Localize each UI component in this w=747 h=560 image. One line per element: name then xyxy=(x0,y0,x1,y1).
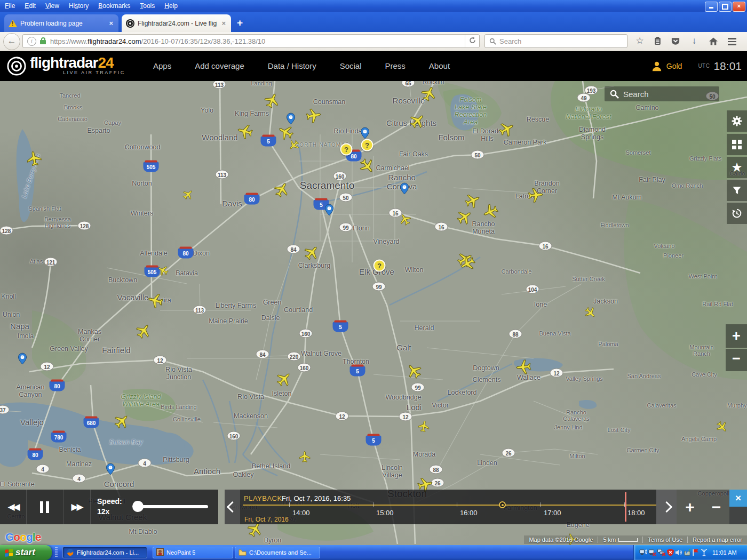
report-map-error-link[interactable]: Report a map error xyxy=(687,537,747,543)
timeline-prev-button[interactable] xyxy=(225,490,240,524)
url-text[interactable]: https://www.flightradar24.com/2016-10-07… xyxy=(50,37,465,45)
url-bar[interactable]: i https://www.flightradar24.com/2016-10-… xyxy=(22,34,480,48)
close-window-button[interactable]: × xyxy=(733,2,745,12)
nav-about[interactable]: About xyxy=(429,61,450,70)
security-alert-icon[interactable] xyxy=(667,549,674,556)
reload-button[interactable] xyxy=(465,35,479,47)
filters-button[interactable] xyxy=(727,180,747,201)
aircraft-marker[interactable] xyxy=(416,419,431,436)
menu-tools[interactable]: Tools xyxy=(135,0,160,12)
terms-of-use-link[interactable]: Terms of Use xyxy=(642,537,687,543)
airport-pin[interactable] xyxy=(18,353,27,367)
timeline-zoom-out-button[interactable]: − xyxy=(703,490,729,524)
network-disconnected-icon[interactable] xyxy=(648,549,656,556)
bookmarks-button[interactable]: ★ xyxy=(727,157,747,178)
nav-add-coverage[interactable]: Add coverage xyxy=(195,61,244,70)
airport-pin[interactable] xyxy=(325,204,334,218)
user-icon[interactable] xyxy=(651,60,663,72)
map-label: Rancho Murieta xyxy=(472,220,495,235)
tab-close-icon[interactable]: × xyxy=(108,19,114,27)
map-search-field[interactable]: Search xyxy=(605,86,719,101)
menu-hamburger-icon[interactable] xyxy=(725,34,740,49)
tab-problem-loading[interactable]: Problem loading page × xyxy=(4,14,118,32)
timeline-panel[interactable]: PLAYBACK Fri, Oct 7, 2016, 16:35 14:0015… xyxy=(240,490,656,524)
taskbar-task-folder[interactable]: C:\Documents and Se... xyxy=(235,547,320,558)
aircraft-marker[interactable] xyxy=(269,178,293,203)
network-activity-icon[interactable] xyxy=(639,549,647,556)
nav-data-history[interactable]: Data / History xyxy=(268,61,316,70)
tab-flightradar24[interactable]: Flightradar24.com - Live flight... × xyxy=(122,14,231,32)
aircraft-marker[interactable] xyxy=(25,149,44,170)
aircraft-marker[interactable] xyxy=(514,358,535,376)
menu-file[interactable]: File xyxy=(0,0,20,12)
user-plan-label[interactable]: Gold xyxy=(666,62,682,70)
zoom-in-button[interactable]: + xyxy=(726,324,747,348)
unknown-aircraft-marker[interactable]: ? xyxy=(361,139,374,151)
close-playback-button[interactable]: × xyxy=(729,490,747,507)
back-button[interactable]: ← xyxy=(3,33,20,50)
aircraft-marker[interactable] xyxy=(131,319,155,344)
taskbar-task-firefox[interactable]: Flightradar24.com - Li... xyxy=(62,547,147,558)
menu-view[interactable]: View xyxy=(41,0,64,12)
fast-forward-button[interactable]: ▶▶ xyxy=(63,490,90,524)
menu-help[interactable]: Help xyxy=(160,0,182,12)
timeline-playhead[interactable] xyxy=(499,501,506,508)
browser-search-field[interactable]: Search xyxy=(484,34,627,48)
downloads-icon[interactable]: ↓ xyxy=(687,34,702,49)
pause-button[interactable] xyxy=(26,490,63,524)
aircraft-marker[interactable] xyxy=(109,410,134,435)
airport-pin[interactable] xyxy=(400,182,409,197)
flightradar-logo[interactable]: flightradar24 LIVE AIR TRAFFIC xyxy=(6,55,125,76)
taskbar-task-neopaint[interactable]: NeoPaint 5 xyxy=(153,547,233,558)
network-disconnected-icon[interactable] xyxy=(657,549,666,556)
safely-remove-icon[interactable] xyxy=(684,549,691,556)
aircraft-marker[interactable] xyxy=(298,450,311,465)
aircraft-marker[interactable] xyxy=(271,367,296,393)
aircraft-marker[interactable] xyxy=(235,121,257,142)
aircraft-marker[interactable] xyxy=(580,302,600,322)
settings-button[interactable] xyxy=(727,110,747,132)
widgets-button[interactable] xyxy=(727,134,747,155)
rewind-button[interactable]: ◀◀ xyxy=(0,490,26,524)
new-tab-button[interactable]: + xyxy=(237,17,243,29)
page-info-icon[interactable]: i xyxy=(27,37,36,46)
aircraft-marker[interactable] xyxy=(525,186,545,204)
menu-history[interactable]: History xyxy=(64,0,93,12)
map-canvas[interactable]: LandingTancredBrooksCadenassoCapayEspart… xyxy=(0,81,747,545)
volume-icon[interactable] xyxy=(675,549,682,556)
timeline-track[interactable] xyxy=(243,505,656,506)
speed-slider-knob[interactable] xyxy=(132,501,144,512)
aircraft-marker[interactable] xyxy=(402,359,427,385)
google-logo[interactable]: Google xyxy=(5,531,41,543)
start-button[interactable]: start xyxy=(0,545,52,560)
zoom-out-button[interactable]: − xyxy=(726,349,747,371)
gear-icon xyxy=(730,115,743,127)
unknown-aircraft-marker[interactable]: ? xyxy=(340,143,353,156)
unknown-aircraft-marker[interactable]: ? xyxy=(374,260,386,272)
speed-slider[interactable] xyxy=(134,505,208,508)
home-icon[interactable] xyxy=(706,34,721,49)
wireless-icon[interactable] xyxy=(700,549,708,556)
bookmarks-menu-icon[interactable] xyxy=(650,34,665,49)
menu-bookmarks[interactable]: Bookmarks xyxy=(93,0,135,12)
timeline-next-button[interactable] xyxy=(656,490,677,524)
aircraft-marker[interactable] xyxy=(178,186,196,204)
airport-pin[interactable] xyxy=(106,463,115,477)
nav-social[interactable]: Social xyxy=(340,61,362,70)
nav-apps[interactable]: Apps xyxy=(153,61,171,70)
map-label: Batavia xyxy=(176,269,198,277)
alert-flag-icon[interactable] xyxy=(692,549,699,556)
nav-press[interactable]: Press xyxy=(385,61,406,70)
minimize-button[interactable] xyxy=(705,2,718,12)
aircraft-marker[interactable] xyxy=(302,106,323,126)
aircraft-marker[interactable] xyxy=(712,417,731,436)
tab-close-icon[interactable]: × xyxy=(220,19,227,27)
playback-history-button[interactable] xyxy=(727,203,747,224)
timeline-zoom-in-button[interactable]: + xyxy=(677,490,703,524)
bookmark-star-icon[interactable]: ☆ xyxy=(632,34,647,49)
pocket-icon[interactable] xyxy=(668,34,683,49)
aircraft-marker[interactable] xyxy=(145,290,168,311)
restore-button[interactable] xyxy=(719,2,732,12)
aircraft-marker[interactable] xyxy=(404,109,430,134)
menu-edit[interactable]: Edit xyxy=(20,0,41,12)
